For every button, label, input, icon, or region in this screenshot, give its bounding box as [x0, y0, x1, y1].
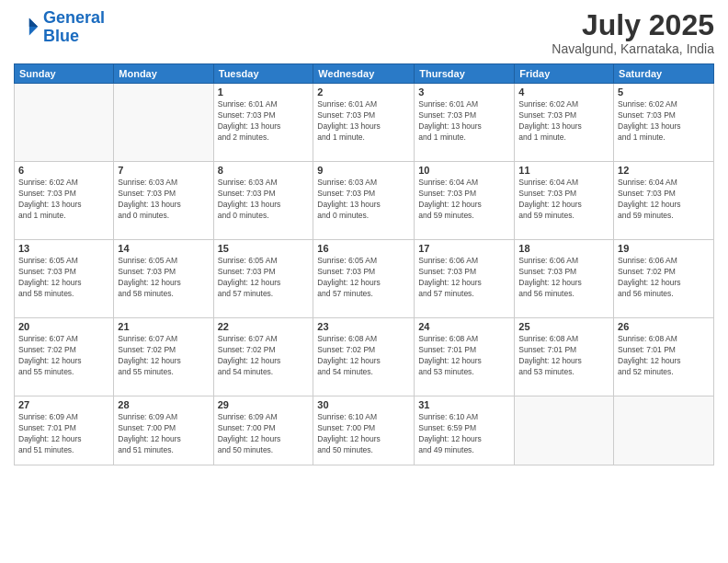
- day-cell: 20Sunrise: 6:07 AM Sunset: 7:02 PM Dayli…: [15, 318, 114, 396]
- day-cell: 21Sunrise: 6:07 AM Sunset: 7:02 PM Dayli…: [114, 318, 213, 396]
- day-number: 22: [218, 321, 310, 332]
- day-number: 28: [118, 399, 209, 410]
- day-number: 24: [418, 321, 510, 332]
- day-cell: 30Sunrise: 6:10 AM Sunset: 7:00 PM Dayli…: [313, 396, 415, 465]
- day-info: Sunrise: 6:01 AM Sunset: 7:03 PM Dayligh…: [218, 99, 310, 144]
- day-cell: 26Sunrise: 6:08 AM Sunset: 7:01 PM Dayli…: [614, 318, 714, 396]
- day-number: 4: [518, 86, 609, 98]
- week-row-3: 20Sunrise: 6:07 AM Sunset: 7:02 PM Dayli…: [15, 318, 714, 396]
- header-monday: Monday: [114, 64, 213, 84]
- day-number: 14: [118, 243, 209, 254]
- day-info: Sunrise: 6:05 AM Sunset: 7:03 PM Dayligh…: [317, 256, 410, 300]
- day-number: 19: [618, 243, 710, 254]
- day-cell: 22Sunrise: 6:07 AM Sunset: 7:02 PM Dayli…: [213, 318, 313, 396]
- day-info: Sunrise: 6:09 AM Sunset: 7:00 PM Dayligh…: [218, 412, 310, 456]
- day-number: 1: [218, 86, 310, 98]
- day-number: 12: [618, 165, 710, 176]
- day-info: Sunrise: 6:01 AM Sunset: 7:03 PM Dayligh…: [317, 99, 410, 144]
- day-number: 15: [218, 243, 310, 254]
- day-info: Sunrise: 6:02 AM Sunset: 7:03 PM Dayligh…: [518, 99, 609, 144]
- day-info: Sunrise: 6:06 AM Sunset: 7:02 PM Dayligh…: [618, 256, 710, 300]
- day-number: 17: [418, 243, 510, 254]
- svg-marker-1: [29, 18, 38, 27]
- day-cell: 17Sunrise: 6:06 AM Sunset: 7:03 PM Dayli…: [415, 240, 515, 318]
- week-row-2: 13Sunrise: 6:05 AM Sunset: 7:03 PM Dayli…: [15, 240, 714, 318]
- header-tuesday: Tuesday: [213, 64, 313, 84]
- calendar: SundayMondayTuesdayWednesdayThursdayFrid…: [14, 63, 714, 465]
- day-cell: 31Sunrise: 6:10 AM Sunset: 6:59 PM Dayli…: [415, 396, 515, 465]
- day-cell: 14Sunrise: 6:05 AM Sunset: 7:03 PM Dayli…: [114, 240, 213, 318]
- day-info: Sunrise: 6:06 AM Sunset: 7:03 PM Dayligh…: [418, 256, 510, 300]
- day-number: 7: [118, 165, 209, 176]
- day-cell: 27Sunrise: 6:09 AM Sunset: 7:01 PM Dayli…: [15, 396, 114, 465]
- day-info: Sunrise: 6:05 AM Sunset: 7:03 PM Dayligh…: [218, 256, 310, 300]
- day-number: 10: [418, 165, 510, 176]
- location: Navalgund, Karnataka, India: [552, 41, 714, 56]
- day-cell: 13Sunrise: 6:05 AM Sunset: 7:03 PM Dayli…: [15, 240, 114, 318]
- header-friday: Friday: [515, 64, 614, 84]
- day-info: Sunrise: 6:05 AM Sunset: 7:03 PM Dayligh…: [18, 256, 109, 300]
- day-cell: 5Sunrise: 6:02 AM Sunset: 7:03 PM Daylig…: [614, 84, 714, 162]
- day-number: 9: [317, 165, 410, 176]
- header-saturday: Saturday: [614, 64, 714, 84]
- day-number: 25: [518, 321, 609, 332]
- day-info: Sunrise: 6:07 AM Sunset: 7:02 PM Dayligh…: [118, 334, 209, 378]
- day-info: Sunrise: 6:08 AM Sunset: 7:01 PM Dayligh…: [418, 334, 510, 378]
- day-number: 8: [218, 165, 310, 176]
- day-info: Sunrise: 6:10 AM Sunset: 7:00 PM Dayligh…: [317, 412, 410, 456]
- day-number: 13: [18, 243, 109, 254]
- day-info: Sunrise: 6:02 AM Sunset: 7:03 PM Dayligh…: [18, 178, 109, 222]
- day-info: Sunrise: 6:03 AM Sunset: 7:03 PM Dayligh…: [218, 178, 310, 222]
- day-info: Sunrise: 6:09 AM Sunset: 7:01 PM Dayligh…: [18, 412, 109, 456]
- day-number: 31: [418, 399, 510, 410]
- month-year: July 2025: [552, 9, 714, 41]
- day-cell: [15, 84, 114, 162]
- day-cell: 12Sunrise: 6:04 AM Sunset: 7:03 PM Dayli…: [614, 162, 714, 240]
- day-cell: 28Sunrise: 6:09 AM Sunset: 7:00 PM Dayli…: [114, 396, 213, 465]
- day-number: 26: [618, 321, 710, 332]
- day-cell: 16Sunrise: 6:05 AM Sunset: 7:03 PM Dayli…: [313, 240, 415, 318]
- day-info: Sunrise: 6:07 AM Sunset: 7:02 PM Dayligh…: [18, 334, 109, 378]
- day-info: Sunrise: 6:03 AM Sunset: 7:03 PM Dayligh…: [118, 178, 209, 222]
- header-row: SundayMondayTuesdayWednesdayThursdayFrid…: [15, 64, 714, 84]
- day-number: 11: [518, 165, 609, 176]
- day-number: 27: [18, 399, 109, 410]
- day-number: 23: [317, 321, 410, 332]
- header: General Blue July 2025 Navalgund, Karnat…: [14, 9, 714, 56]
- day-cell: 10Sunrise: 6:04 AM Sunset: 7:03 PM Dayli…: [415, 162, 515, 240]
- week-row-1: 6Sunrise: 6:02 AM Sunset: 7:03 PM Daylig…: [15, 162, 714, 240]
- day-cell: 19Sunrise: 6:06 AM Sunset: 7:02 PM Dayli…: [614, 240, 714, 318]
- day-cell: [114, 84, 213, 162]
- day-number: 5: [618, 86, 710, 98]
- day-cell: 6Sunrise: 6:02 AM Sunset: 7:03 PM Daylig…: [15, 162, 114, 240]
- day-number: 18: [518, 243, 609, 254]
- day-number: 3: [418, 86, 510, 98]
- title-block: July 2025 Navalgund, Karnataka, India: [552, 9, 714, 56]
- day-number: 6: [18, 165, 109, 176]
- day-info: Sunrise: 6:04 AM Sunset: 7:03 PM Dayligh…: [618, 178, 710, 222]
- day-info: Sunrise: 6:01 AM Sunset: 7:03 PM Dayligh…: [418, 99, 510, 144]
- day-info: Sunrise: 6:04 AM Sunset: 7:03 PM Dayligh…: [418, 178, 510, 222]
- day-info: Sunrise: 6:08 AM Sunset: 7:01 PM Dayligh…: [518, 334, 609, 378]
- day-cell: 3Sunrise: 6:01 AM Sunset: 7:03 PM Daylig…: [415, 84, 515, 162]
- day-number: 29: [218, 399, 310, 410]
- day-cell: [515, 396, 614, 465]
- day-cell: 29Sunrise: 6:09 AM Sunset: 7:00 PM Dayli…: [213, 396, 313, 465]
- day-info: Sunrise: 6:02 AM Sunset: 7:03 PM Dayligh…: [618, 99, 710, 144]
- day-number: 30: [317, 399, 410, 410]
- day-cell: 25Sunrise: 6:08 AM Sunset: 7:01 PM Dayli…: [515, 318, 614, 396]
- logo: General Blue: [14, 9, 105, 46]
- header-thursday: Thursday: [415, 64, 515, 84]
- day-info: Sunrise: 6:06 AM Sunset: 7:03 PM Dayligh…: [518, 256, 609, 300]
- day-info: Sunrise: 6:08 AM Sunset: 7:01 PM Dayligh…: [618, 334, 710, 378]
- day-cell: 18Sunrise: 6:06 AM Sunset: 7:03 PM Dayli…: [515, 240, 614, 318]
- logo-text: General Blue: [43, 9, 105, 46]
- week-row-4: 27Sunrise: 6:09 AM Sunset: 7:01 PM Dayli…: [15, 396, 714, 465]
- logo-general: General: [43, 8, 105, 27]
- day-info: Sunrise: 6:09 AM Sunset: 7:00 PM Dayligh…: [118, 412, 209, 456]
- week-row-0: 1Sunrise: 6:01 AM Sunset: 7:03 PM Daylig…: [15, 84, 714, 162]
- day-cell: 8Sunrise: 6:03 AM Sunset: 7:03 PM Daylig…: [213, 162, 313, 240]
- day-info: Sunrise: 6:08 AM Sunset: 7:02 PM Dayligh…: [317, 334, 410, 378]
- page: General Blue July 2025 Navalgund, Karnat…: [0, 0, 728, 563]
- day-cell: [614, 396, 714, 465]
